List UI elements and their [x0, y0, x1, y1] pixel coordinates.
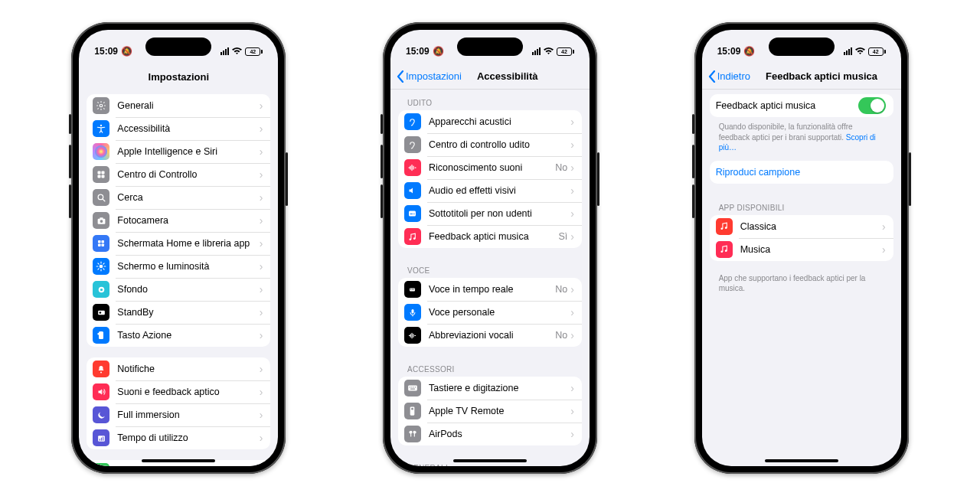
classical-app-icon	[716, 218, 733, 235]
settings-row[interactable]: Cerca›	[87, 186, 270, 209]
settings-row[interactable]: Sfondo›	[87, 278, 270, 301]
svg-rect-6	[102, 175, 105, 178]
chevron-right-icon: ›	[260, 307, 263, 318]
settings-row[interactable]: Suoni e feedback aptico›	[87, 380, 270, 403]
svg-rect-18	[98, 310, 105, 314]
dynamic-island	[457, 38, 523, 56]
gear-icon	[93, 97, 109, 114]
settings-row[interactable]: Full immersion›	[87, 403, 270, 426]
back-button[interactable]: Indietro	[708, 70, 750, 83]
dynamic-island	[145, 38, 211, 56]
home-indicator[interactable]	[142, 459, 215, 462]
svg-rect-39	[413, 387, 414, 387]
chevron-right-icon: ›	[260, 192, 263, 203]
section-header: ACCESSORI	[398, 356, 582, 377]
settings-row[interactable]: Schermata Home e libreria app›	[87, 232, 270, 255]
home-indicator[interactable]	[765, 459, 838, 462]
back-button[interactable]: Impostazioni	[397, 70, 462, 83]
settings-row[interactable]: Feedback aptici musicaSì›	[398, 225, 582, 248]
svg-point-19	[99, 312, 101, 314]
chevron-right-icon: ›	[260, 330, 263, 341]
svg-rect-20	[99, 331, 103, 339]
screentime-icon	[93, 429, 109, 446]
page-title: Feedback aptici musica	[752, 70, 895, 82]
toggle-switch[interactable]	[858, 97, 886, 114]
airpods-icon	[404, 426, 421, 442]
settings-row[interactable]: Generali›	[87, 94, 270, 117]
settings-row[interactable]: AirPods›	[398, 423, 582, 445]
settings-row[interactable]: Voce in tempo realeNo›	[398, 278, 582, 301]
row-label: Riconoscimento suoni	[429, 162, 555, 173]
settings-row[interactable]: Abbreviazioni vocaliNo›	[398, 324, 582, 347]
svg-rect-3	[98, 171, 101, 175]
chevron-right-icon: ›	[260, 410, 263, 420]
home-screen-icon	[93, 235, 109, 252]
settings-row[interactable]: Schermo e luminosità›	[87, 255, 270, 278]
svg-rect-5	[98, 175, 101, 178]
settings-row[interactable]: Sottotitoli per non udenti›	[398, 202, 582, 225]
chevron-right-icon: ›	[260, 169, 263, 180]
search-icon	[93, 189, 109, 206]
sounds-icon	[93, 383, 109, 400]
chevron-right-icon: ›	[260, 387, 263, 397]
settings-row[interactable]: Riconoscimento suoniNo›	[398, 156, 582, 179]
row-label: StandBy	[117, 307, 259, 318]
settings-row[interactable]: Centro di controllo udito›	[398, 133, 582, 156]
svg-point-43	[412, 408, 414, 410]
row-label: Classica	[740, 221, 882, 232]
phone-accessibility: 15:09🔕 42 Impostazioni Accessibilità UDI…	[383, 22, 597, 474]
camera-icon	[93, 212, 109, 229]
settings-row[interactable]: Accessibilità›	[87, 117, 270, 140]
settings-row[interactable]: Notifiche›	[87, 357, 270, 380]
row-label: Full immersion	[117, 410, 259, 420]
chevron-right-icon: ›	[882, 221, 886, 232]
toggle-label: Feedback aptici musica	[716, 100, 858, 111]
row-value: No	[555, 284, 567, 295]
row-label: Notifiche	[117, 364, 259, 374]
settings-row[interactable]: Audio ed effetti visivi›	[398, 179, 582, 202]
svg-rect-4	[102, 171, 105, 175]
row-label: Sfondo	[117, 284, 259, 295]
play-sample-button[interactable]: Riproduci campione	[710, 161, 893, 184]
settings-row[interactable]: StandBy›	[87, 301, 270, 324]
dnd-icon: 🔕	[743, 46, 755, 57]
music-haptics-toggle-row[interactable]: Feedback aptici musica	[710, 94, 893, 117]
svg-rect-32	[410, 289, 411, 290]
notifications-icon	[93, 361, 109, 377]
svg-rect-10	[100, 217, 103, 219]
settings-row[interactable]: Apple Intelligence e Siri›	[87, 140, 270, 163]
battery-icon: 42	[557, 47, 574, 56]
svg-rect-11	[98, 240, 101, 243]
chevron-right-icon: ›	[260, 261, 263, 272]
settings-row[interactable]: Apple TV Remote›	[398, 400, 582, 423]
settings-row[interactable]: Apparecchi acustici›	[398, 110, 582, 133]
chevron-right-icon: ›	[260, 284, 263, 295]
chevron-right-icon: ›	[882, 244, 886, 255]
row-value: No	[555, 162, 567, 173]
svg-point-46	[721, 227, 724, 230]
brightness-icon	[93, 258, 109, 275]
control-center-icon	[93, 166, 109, 183]
settings-row[interactable]: Centro di Controllo›	[87, 163, 270, 186]
row-label: Schermo e luminosità	[117, 261, 259, 272]
navbar: Impostazioni Accessibilità	[390, 64, 590, 90]
svg-point-30	[413, 237, 416, 240]
vocal-shortcuts-icon	[404, 327, 421, 344]
settings-row[interactable]: Tasto Azione›	[87, 324, 270, 347]
settings-row[interactable]: Musica›	[710, 238, 893, 261]
home-indicator[interactable]	[453, 459, 527, 462]
wifi-icon	[855, 47, 865, 55]
settings-row[interactable]: Classica›	[710, 215, 893, 238]
settings-row[interactable]: Fotocamera›	[87, 209, 270, 232]
row-label: Feedback aptici musica	[429, 231, 559, 242]
svg-rect-27	[410, 214, 413, 214]
settings-row[interactable]: Voce personale›	[398, 301, 582, 324]
row-label: Apple TV Remote	[429, 406, 570, 416]
chevron-right-icon: ›	[260, 123, 263, 134]
settings-row[interactable]: Tastiere e digitazione›	[398, 377, 582, 400]
row-value: Sì	[559, 231, 568, 242]
row-label: Generali	[117, 100, 259, 111]
svg-rect-34	[413, 289, 414, 290]
settings-row[interactable]: Tempo di utilizzo›	[87, 426, 270, 449]
row-label: Suoni e feedback aptico	[117, 387, 259, 397]
